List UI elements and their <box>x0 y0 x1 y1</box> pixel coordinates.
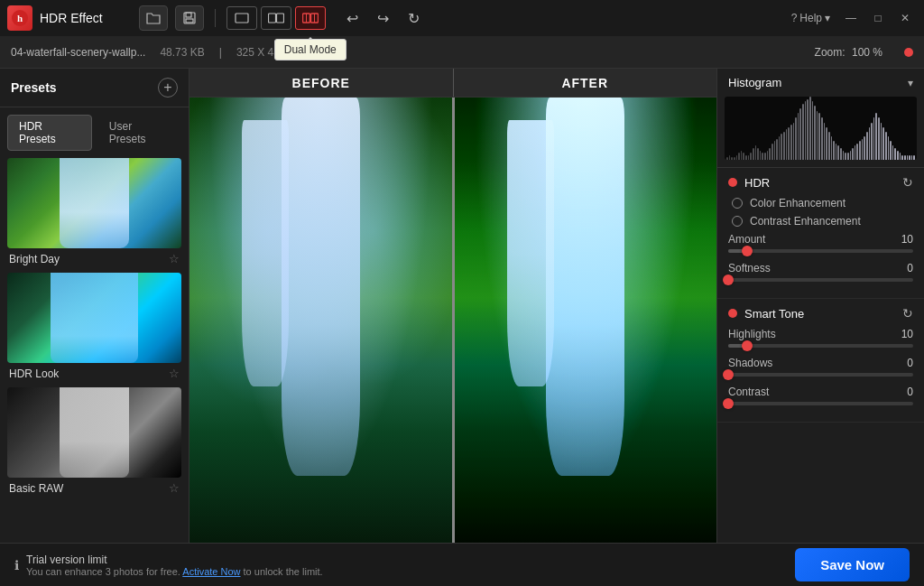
presets-title: Presets <box>11 80 57 95</box>
preset-thumb-image <box>7 273 181 363</box>
histogram-title: Histogram <box>728 76 781 89</box>
contrast-enhancement-radio[interactable] <box>732 216 743 227</box>
list-item[interactable]: HDR Look ☆ <box>7 273 181 380</box>
histogram-bar <box>738 153 740 160</box>
histogram-bar <box>852 148 854 160</box>
histogram-bar <box>788 127 790 160</box>
histogram-bar <box>904 155 906 160</box>
softness-slider-thumb[interactable] <box>723 274 734 285</box>
view-single-button[interactable] <box>226 6 257 30</box>
histogram-bar <box>878 117 880 160</box>
histogram-bar <box>831 136 833 160</box>
contrast-slider[interactable] <box>728 402 913 405</box>
preset-label-row: Bright Day ☆ <box>7 252 181 265</box>
rotate-button[interactable]: ↻ <box>402 5 427 31</box>
histogram-bar <box>798 113 799 160</box>
histogram-bar <box>755 145 757 160</box>
smart-tone-active-dot[interactable] <box>728 309 737 318</box>
histogram-bar <box>873 117 875 160</box>
shadows-slider[interactable] <box>728 373 913 377</box>
histogram-bar <box>817 111 818 160</box>
preset-star-icon[interactable]: ☆ <box>169 367 180 380</box>
canvas-labels: BEFORE AFTER <box>189 69 716 98</box>
maximize-button[interactable]: □ <box>866 6 890 30</box>
color-enhancement-label: Color Enhancement <box>750 197 845 209</box>
histogram-bar <box>729 155 731 160</box>
preset-star-icon[interactable]: ☆ <box>169 481 180 495</box>
amount-label: Amount <box>728 233 765 246</box>
histogram-bar <box>907 155 909 160</box>
amount-slider[interactable] <box>728 249 913 253</box>
histogram-bar <box>913 155 915 160</box>
smart-tone-reset-icon[interactable]: ↻ <box>902 306 913 321</box>
hdr-reset-icon[interactable]: ↻ <box>902 175 913 190</box>
histogram-bar <box>856 144 858 160</box>
histogram-bar <box>864 136 865 160</box>
histogram-bar <box>837 145 839 160</box>
histogram-bar <box>894 148 896 160</box>
color-enhancement-radio[interactable] <box>732 198 743 209</box>
canvas-images[interactable] <box>189 98 716 543</box>
tab-user-presets[interactable]: User Presets <box>97 115 181 151</box>
histogram-bar <box>760 151 762 160</box>
histogram-bar <box>890 141 892 160</box>
histogram-bar <box>885 132 887 160</box>
contrast-slider-thumb[interactable] <box>723 398 734 409</box>
histogram-chevron-icon[interactable]: ▾ <box>908 77 913 89</box>
histogram-bar <box>826 127 827 160</box>
add-preset-button[interactable]: + <box>158 78 178 98</box>
histogram-bar <box>818 113 820 160</box>
histogram-bar <box>812 101 814 160</box>
list-item[interactable]: Basic RAW ☆ <box>7 387 181 495</box>
highlights-label: Highlights <box>728 328 776 340</box>
histogram-bar <box>757 148 759 160</box>
close-button[interactable]: ✕ <box>893 6 917 30</box>
app-icon: h <box>7 5 32 31</box>
contrast-label-row: Contrast 0 <box>728 386 913 398</box>
histogram-chart <box>725 97 917 160</box>
preset-star-icon[interactable]: ☆ <box>169 252 180 265</box>
toolbar-separator-1 <box>215 9 216 27</box>
before-image <box>189 98 455 543</box>
shadows-slider-thumb[interactable] <box>723 369 734 380</box>
minimize-button[interactable]: — <box>839 6 863 30</box>
hdr-active-dot[interactable] <box>728 178 737 187</box>
canvas-area: BEFORE AFTER <box>189 69 716 543</box>
tab-hdr-presets[interactable]: HDR Presets <box>7 115 92 151</box>
view-dual-button[interactable] <box>295 6 326 30</box>
redo-button[interactable]: ↪ <box>371 5 396 31</box>
svg-rect-3 <box>186 13 191 17</box>
info-bar: 04-waterfall-scenery-wallp... 48.73 KB |… <box>0 36 924 69</box>
title-bar-right: ? Help ▾ — □ ✕ <box>786 6 917 30</box>
activate-now-link[interactable]: Activate Now <box>182 566 240 577</box>
amount-slider-row: Amount 10 <box>728 233 913 253</box>
histogram-bar <box>814 106 816 160</box>
open-folder-button[interactable] <box>139 5 168 31</box>
zoom-label: Zoom: 100 % <box>815 46 882 59</box>
histogram-bar <box>824 123 826 160</box>
list-item[interactable]: Bright Day ☆ <box>7 158 181 265</box>
histogram-bar <box>833 141 835 160</box>
view-split-button[interactable] <box>261 6 291 30</box>
highlights-slider-thumb[interactable] <box>742 340 753 351</box>
save-now-button[interactable]: Save Now <box>795 548 910 581</box>
histogram-bar <box>790 125 792 160</box>
color-enhancement-option[interactable]: Color Enhancement <box>728 197 913 209</box>
amount-slider-thumb[interactable] <box>742 246 753 256</box>
softness-slider[interactable] <box>728 278 913 282</box>
histogram-bar <box>802 104 804 160</box>
save-file-button[interactable] <box>175 5 204 31</box>
hdr-group-header: HDR ↻ <box>728 175 913 190</box>
histogram-bar <box>866 132 868 160</box>
highlights-slider[interactable] <box>728 344 913 348</box>
view-buttons: Dual Mode <box>226 6 326 30</box>
help-button[interactable]: ? Help ▾ <box>786 10 836 26</box>
histogram-bar <box>750 153 752 160</box>
histogram-bar <box>881 123 882 160</box>
undo-button[interactable]: ↩ <box>340 5 365 31</box>
contrast-enhancement-option[interactable]: Contrast Enhancement <box>728 215 913 228</box>
histogram-bar <box>764 153 766 160</box>
histogram-bar <box>892 145 894 160</box>
zoom-indicator <box>904 48 913 57</box>
amount-label-row: Amount 10 <box>728 233 913 246</box>
